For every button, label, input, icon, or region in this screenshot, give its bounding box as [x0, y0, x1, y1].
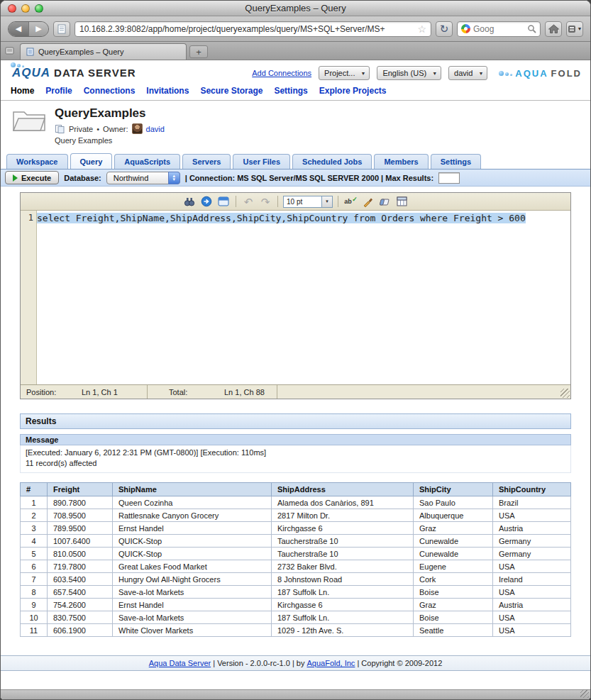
visibility-label: Private	[69, 125, 93, 133]
search-input[interactable]: Goog	[473, 24, 524, 34]
font-size-select[interactable]: 10 pt ▼	[283, 196, 333, 208]
project-select-value: Project...	[324, 69, 355, 77]
tab-workspace[interactable]: Workspace	[6, 154, 68, 169]
column-header-shipcountry[interactable]: ShipCountry	[493, 483, 571, 496]
column-header-shipcity[interactable]: ShipCity	[414, 483, 493, 496]
main-nav: HomeProfileConnectionsInvitationsSecure …	[1, 83, 590, 101]
table-cell: 1007.6400	[48, 535, 113, 548]
tab-aquascripts[interactable]: AquaScripts	[114, 154, 180, 169]
editor-statusbar: Position: Ln 1, Ch 1 Total: Ln 1, Ch 88	[21, 384, 570, 399]
toolbar-extra-button[interactable]: ▼	[566, 21, 583, 37]
new-tab-button[interactable]: +	[189, 45, 208, 58]
nav-item-explore-projects[interactable]: Explore Projects	[319, 86, 387, 96]
undo-button[interactable]: ↶	[241, 194, 255, 209]
nav-item-connections[interactable]: Connections	[84, 86, 136, 96]
spellcheck-button[interactable]: ab✓	[343, 194, 358, 209]
max-results-input[interactable]	[438, 172, 460, 184]
table-cell: Albuquerque	[414, 509, 493, 522]
results-tbody: 1890.7800Queen CozinhaAlameda dos Canàri…	[21, 496, 571, 637]
tab-scheduled-jobs[interactable]: Scheduled Jobs	[292, 154, 372, 169]
table-row[interactable]: 7603.5400Hungry Owl All-Night Grocers8 J…	[21, 573, 571, 586]
url-text: 10.168.2.39:8082/app/home/project/querye…	[79, 24, 413, 34]
minimize-window-button[interactable]	[21, 4, 30, 13]
column-header-freight[interactable]: Freight	[48, 483, 113, 496]
table-cell: Ireland	[493, 573, 571, 586]
owner-link[interactable]: david	[146, 125, 165, 133]
code-area[interactable]: 1 select Freight,ShipName,ShipAddress,Sh…	[21, 211, 570, 384]
tab-settings[interactable]: Settings	[431, 154, 481, 169]
tab-servers[interactable]: Servers	[182, 154, 231, 169]
sql-text[interactable]: select Freight,ShipName,ShipAddress,Ship…	[37, 213, 526, 223]
save-button[interactable]	[394, 194, 409, 209]
user-select[interactable]: david▼	[448, 66, 487, 80]
table-cell: Cunewalde	[414, 535, 493, 548]
logo-aqua-text: AQUA	[12, 66, 50, 79]
table-cell: Queen Cozinha	[113, 496, 272, 509]
table-cell: Ernst Handel	[113, 599, 272, 611]
window-resize-grip[interactable]	[580, 689, 589, 698]
redo-button[interactable]: ↷	[258, 194, 272, 209]
total-value: Ln 1, Ch 88	[224, 388, 265, 396]
close-window-button[interactable]	[8, 4, 16, 13]
column-header-shipaddress[interactable]: ShipAddress	[272, 483, 414, 496]
save-grid-icon	[397, 196, 407, 206]
table-row[interactable]: 1890.7800Queen CozinhaAlameda dos Canàri…	[21, 496, 571, 509]
back-button[interactable]: ◀	[9, 22, 28, 36]
line-number-gutter: 1	[21, 211, 37, 384]
find-button[interactable]	[182, 194, 197, 209]
panel-button[interactable]	[216, 194, 231, 209]
table-row[interactable]: 11606.1900White Clover Markets1029 - 12t…	[21, 624, 571, 637]
execute-button[interactable]: Execute	[5, 171, 59, 184]
url-bar[interactable]: 10.168.2.39:8082/app/home/project/querye…	[74, 21, 431, 37]
tab-members[interactable]: Members	[374, 154, 428, 169]
tab-list-icon[interactable]	[5, 46, 14, 55]
table-cell: 3	[21, 522, 48, 535]
goto-button[interactable]	[199, 194, 214, 209]
resize-grip[interactable]	[560, 389, 570, 398]
nav-item-profile[interactable]: Profile	[45, 86, 72, 96]
nav-item-invitations[interactable]: Invitations	[146, 86, 189, 96]
total-label: Total:	[169, 388, 224, 396]
project-select[interactable]: Project...▼	[319, 66, 370, 80]
code-body[interactable]: select Freight,ShipName,ShipAddress,Ship…	[37, 211, 570, 384]
column-header-shipname[interactable]: ShipName	[113, 483, 272, 496]
tab-query[interactable]: Query	[70, 153, 113, 169]
nav-item-settings[interactable]: Settings	[274, 86, 307, 96]
table-row[interactable]: 41007.6400QUICK-StopTaucherstraße 10Cune…	[21, 535, 571, 548]
search-box[interactable]: Goog	[457, 21, 541, 37]
browser-tab[interactable]: QueryExamples – Query	[20, 43, 187, 60]
add-connections-link[interactable]: Add Connections	[252, 69, 311, 77]
reload-button[interactable]: ↻	[436, 21, 453, 37]
table-row[interactable]: 3789.9500Ernst HandelKirchgasse 6GrazAus…	[21, 522, 571, 535]
nav-item-home[interactable]: Home	[11, 86, 34, 96]
table-row[interactable]: 5810.0500QUICK-StopTaucherstraße 10Cunew…	[21, 548, 571, 560]
tab-title: QueryExamples – Query	[38, 48, 123, 56]
table-cell: Austria	[493, 599, 571, 611]
brand-aqua-text: AQUA	[515, 68, 548, 79]
aqua-data-server-link[interactable]: Aqua Data Server	[149, 659, 211, 667]
logo-rest-text: DATA SERVER	[54, 67, 136, 79]
table-row[interactable]: 6719.7800Great Lakes Food Market2732 Bak…	[21, 560, 571, 573]
table-row[interactable]: 8657.5400Save-a-lot Markets187 Suffolk L…	[21, 586, 571, 599]
table-cell: 603.5400	[48, 573, 113, 586]
format-button[interactable]	[360, 194, 375, 209]
bookmark-star-icon[interactable]: ☆	[417, 23, 426, 35]
table-row[interactable]: 9754.2600Ernst HandelKirchgasse 6GrazAus…	[21, 599, 571, 611]
forward-button[interactable]: ▶	[28, 22, 48, 36]
aquafold-link[interactable]: AquaFold, Inc	[307, 659, 355, 667]
table-row[interactable]: 2708.9500Rattlesnake Canyon Grocery2817 …	[21, 509, 571, 522]
language-select[interactable]: English (US)▼	[377, 66, 441, 80]
database-select[interactable]: Northwind ▲▼	[106, 172, 180, 184]
column-header-num[interactable]: #	[21, 483, 48, 496]
table-cell: Germany	[493, 535, 571, 548]
bubbles-icon	[499, 71, 512, 76]
owner-avatar	[132, 123, 143, 134]
nav-item-secure-storage[interactable]: Secure Storage	[200, 86, 263, 96]
clear-button[interactable]	[377, 194, 392, 209]
table-row[interactable]: 10830.7500Save-a-lot Markets187 Suffolk …	[21, 611, 571, 624]
tab-user-files[interactable]: User Files	[233, 154, 290, 169]
zoom-window-button[interactable]	[35, 4, 43, 13]
site-identity-button[interactable]	[53, 21, 70, 37]
home-button[interactable]	[545, 21, 562, 37]
tab-strip: QueryExamples – Query +	[1, 42, 590, 60]
